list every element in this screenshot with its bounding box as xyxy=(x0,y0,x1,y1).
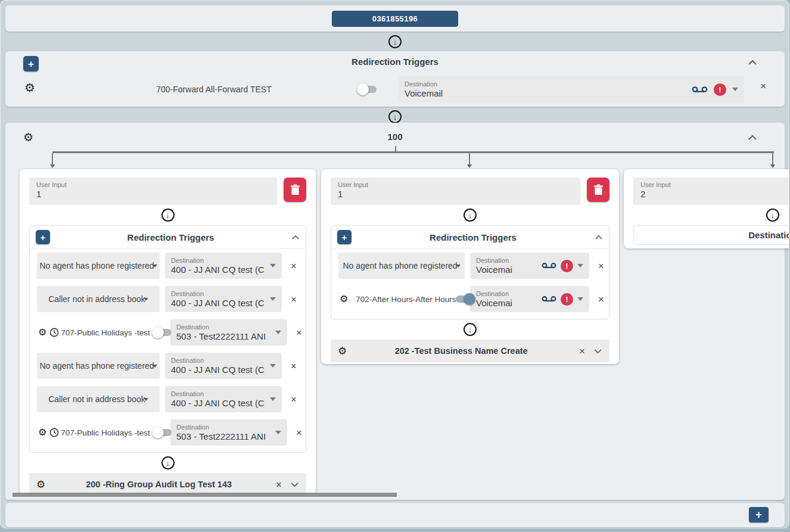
collapse-chevron-icon[interactable] xyxy=(595,235,603,240)
destination-icons xyxy=(273,331,281,334)
collapse-chevron-icon[interactable] xyxy=(748,135,757,141)
trigger-name: No agent has phone registered xyxy=(343,261,457,270)
add-trigger-button[interactable]: + xyxy=(337,230,352,244)
caret-down-icon[interactable] xyxy=(577,264,583,267)
destination-icons xyxy=(268,397,276,401)
delete-card-button[interactable] xyxy=(284,178,306,202)
gear-icon[interactable]: ⚙ xyxy=(38,328,46,337)
panel-title: Redirection Triggers xyxy=(50,232,291,242)
panel-title: Redirection Triggers xyxy=(5,57,785,67)
gear-icon[interactable]: ⚙ xyxy=(38,428,46,437)
destination-dropdown[interactable]: Destination 400 - JJ ANI CQ test (C xyxy=(165,286,282,312)
caret-down-icon[interactable] xyxy=(275,431,281,434)
down-arrow-glyph: ↓ xyxy=(393,38,397,46)
close-icon: × xyxy=(296,427,302,438)
add-menu-option-button[interactable]: + xyxy=(749,507,769,522)
caret-down-icon[interactable] xyxy=(270,264,276,267)
toggle-thumb xyxy=(152,427,164,438)
trigger-name: No agent has phone registered xyxy=(39,261,154,270)
caret-down-icon xyxy=(144,398,148,401)
user-input-field[interactable]: User Input 2 xyxy=(633,178,789,205)
trigger-type-dropdown[interactable]: Caller not in address book xyxy=(37,386,160,412)
linked-destination-name: 202 -Test Business Name Create xyxy=(352,346,571,356)
schedule-trigger: ⚙ 702-After Hours-After Hours xyxy=(338,293,465,305)
user-input-field[interactable]: User Input 1 xyxy=(29,178,277,205)
close-icon: × xyxy=(760,80,766,92)
trigger-type-dropdown[interactable]: No agent has phone registered xyxy=(37,253,160,279)
tree-connector xyxy=(469,153,470,164)
destination-dropdown[interactable]: Destination 400 - JJ ANI CQ test (C xyxy=(165,386,282,412)
trigger-type-dropdown[interactable]: No agent has phone registered xyxy=(338,253,465,279)
destination-value: 400 - JJ ANI CQ test (C xyxy=(171,398,268,408)
destination-label: Destination xyxy=(405,80,689,88)
caret-down-icon xyxy=(456,265,461,267)
expand-chevron-icon[interactable] xyxy=(290,482,299,487)
close-icon: × xyxy=(276,479,282,490)
remove-trigger-button[interactable]: × xyxy=(595,261,608,271)
bottom-bar: + xyxy=(5,503,785,527)
expand-chevron-icon[interactable] xyxy=(593,349,602,354)
gear-icon[interactable]: ⚙ xyxy=(24,82,35,94)
caret-down-icon[interactable] xyxy=(732,88,738,91)
trigger-toggle[interactable] xyxy=(357,83,378,95)
remove-trigger-button[interactable]: × xyxy=(287,294,300,304)
destination-value: 503 - Test2222111 ANI xyxy=(176,331,273,341)
trigger-type-dropdown[interactable]: No agent has phone registered xyxy=(37,353,160,379)
phone-number-button[interactable]: 0361855196 xyxy=(332,11,458,27)
trigger-toggle[interactable] xyxy=(454,293,475,305)
user-input-field[interactable]: User Input 1 xyxy=(331,178,580,205)
trigger-type-dropdown[interactable]: Caller not in address book xyxy=(37,286,160,312)
remove-destination-button[interactable]: × xyxy=(272,480,285,490)
destination-dropdown[interactable]: Destination Voicemail ! xyxy=(399,76,744,102)
remove-trigger-button[interactable]: × xyxy=(287,361,300,371)
destination-dropdown[interactable]: Destination 503 - Test2222111 ANI xyxy=(170,419,287,446)
caret-down-icon[interactable] xyxy=(270,397,276,401)
remove-trigger-button[interactable]: × xyxy=(595,294,608,304)
destination-text: Destination Voicemai xyxy=(476,290,539,308)
user-input-value: 2 xyxy=(640,189,789,199)
linked-destination-bar[interactable]: ⚙ 202 -Test Business Name Create × xyxy=(331,340,609,362)
trigger-name: 700-Forward All-Forward TEST xyxy=(83,85,345,94)
destination-value: Voicemai xyxy=(476,298,539,308)
plus-icon: + xyxy=(342,233,347,242)
collapse-chevron-icon[interactable] xyxy=(748,60,757,66)
user-input-card: User Input 1 ↓ + Redirection Triggers xyxy=(20,169,316,494)
gear-icon[interactable]: ⚙ xyxy=(338,346,347,356)
trigger-name: Caller not in address book xyxy=(48,394,145,404)
caret-down-icon[interactable] xyxy=(577,297,583,301)
destination-dropdown[interactable]: Destination 400 - JJ ANI CQ test (C xyxy=(165,253,282,279)
destination-dropdown[interactable]: Destination Voicemai ! xyxy=(470,286,589,312)
collapse-chevron-icon[interactable] xyxy=(291,235,300,240)
alert-icon: ! xyxy=(565,295,568,303)
down-arrow-glyph: ↓ xyxy=(468,211,472,219)
gear-icon[interactable]: ⚙ xyxy=(36,480,45,490)
destination-dropdown[interactable]: Destination 503 - Test2222111 ANI xyxy=(170,319,287,346)
voicemail-icon xyxy=(542,262,556,270)
remove-trigger-button[interactable]: × xyxy=(757,81,770,91)
remove-trigger-button[interactable]: × xyxy=(287,394,300,405)
trigger-toggle[interactable] xyxy=(152,326,173,338)
clock-icon xyxy=(49,428,59,437)
caret-down-icon[interactable] xyxy=(270,364,276,368)
delete-card-button[interactable] xyxy=(587,178,609,202)
remove-trigger-button[interactable]: × xyxy=(293,328,306,338)
destination-text: Destination 400 - JJ ANI CQ test (C xyxy=(171,257,268,275)
destination-dropdown[interactable]: Destination Voicemai ! xyxy=(470,253,589,279)
destination-value: Voicemail xyxy=(405,88,689,98)
caret-down-icon[interactable] xyxy=(275,331,281,334)
trigger-toggle[interactable] xyxy=(152,427,173,438)
remove-trigger-button[interactable]: × xyxy=(287,261,300,271)
caret-down-icon[interactable] xyxy=(270,297,276,301)
user-input-card: User Input 1 ↓ + Redirection Triggers xyxy=(321,169,619,364)
close-icon: × xyxy=(291,260,297,272)
close-icon: × xyxy=(598,294,604,305)
remove-destination-button[interactable]: × xyxy=(576,346,589,356)
gear-icon[interactable]: ⚙ xyxy=(340,294,348,304)
trigger-row: ⚙ 707-Public Holidays -test Destination … xyxy=(30,316,306,349)
remove-trigger-button[interactable]: × xyxy=(293,428,306,438)
add-trigger-button[interactable]: + xyxy=(36,230,50,244)
tree-connector xyxy=(52,151,774,153)
destination-dropdown[interactable]: Destination 400 - JJ ANI CQ test (C xyxy=(165,353,282,379)
destination-label: Destination xyxy=(476,290,539,297)
horizontal-scrollbar[interactable] xyxy=(13,493,397,497)
